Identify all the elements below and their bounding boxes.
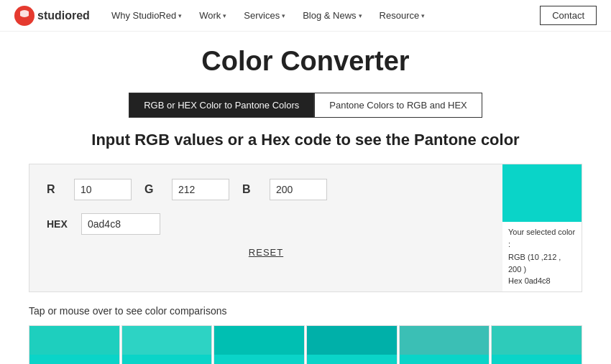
- color-card[interactable]: 3255 C Distance 34: [491, 325, 582, 365]
- color-card[interactable]: 311 C Distance 28: [121, 325, 213, 365]
- reset-row: RESET: [47, 246, 485, 258]
- color-card[interactable]: 3252 C Distance 32: [399, 325, 490, 365]
- page-title: Color Converter: [0, 46, 611, 77]
- header: studiored Why StudioRed ▾ Work ▾ Service…: [0, 0, 611, 32]
- r-input[interactable]: [74, 179, 132, 200]
- card-swatch: [492, 326, 582, 365]
- card-swatch: [400, 326, 490, 365]
- card-swatch-top: [492, 326, 582, 355]
- card-swatch-bottom: [307, 355, 397, 365]
- hex-display-label: Hex: [508, 276, 523, 285]
- color-card[interactable]: 3115 C Distance 25: [29, 325, 120, 365]
- r-label: R: [47, 183, 61, 196]
- card-swatch-bottom: [122, 355, 212, 365]
- comparisons-label: Tap or mouse over to see color compariso…: [29, 305, 582, 317]
- card-swatch-bottom: [492, 355, 582, 365]
- color-preview: Your selected color : RGB (10 ,212 , 200…: [502, 164, 582, 291]
- color-info-hex: Hex 0ad4c8: [508, 275, 576, 287]
- subtitle: Input RGB values or a Hex code to see th…: [0, 131, 611, 149]
- card-swatch-bottom: [29, 355, 119, 365]
- color-card[interactable]: 3262 C Distance 31: [306, 325, 398, 365]
- color-card[interactable]: 3265 C Distance 28: [213, 325, 305, 365]
- nav-item-services[interactable]: Services ▾: [244, 10, 285, 21]
- hex-display-value: 0ad4c8: [525, 276, 551, 285]
- rgb-row: R G B: [47, 179, 485, 200]
- logo-icon: [14, 6, 35, 26]
- nav-item-blog[interactable]: Blog & News ▾: [303, 10, 362, 21]
- tab-bar: RGB or HEX Color to Pantone Colors Panto…: [0, 93, 611, 118]
- card-swatch-top: [122, 326, 212, 355]
- chevron-down-icon: ▾: [421, 12, 425, 19]
- converter-area: R G B HEX RESET Your selected color : RG…: [29, 164, 582, 292]
- reset-button[interactable]: RESET: [249, 247, 283, 258]
- card-swatch-bottom: [214, 355, 304, 365]
- color-info: Your selected color : RGB (10 ,212 , 200…: [502, 222, 582, 291]
- color-swatch: [502, 164, 582, 222]
- rgb-label: RGB: [508, 253, 525, 261]
- card-swatch: [29, 326, 119, 365]
- g-label: G: [144, 183, 159, 196]
- tab-rgb-to-pantone[interactable]: RGB or HEX Color to Pantone Colors: [129, 93, 314, 118]
- color-cards: 3115 C Distance 25 311 C Distance 28 326…: [29, 325, 582, 365]
- chevron-down-icon: ▾: [223, 12, 226, 19]
- card-swatch: [122, 326, 212, 365]
- color-info-title: Your selected color :: [508, 226, 576, 250]
- card-swatch: [214, 326, 304, 365]
- color-info-rgb: RGB (10 ,212 , 200 ): [508, 251, 576, 275]
- b-label: B: [242, 183, 257, 196]
- b-input[interactable]: [270, 179, 327, 200]
- chevron-down-icon: ▾: [359, 12, 362, 19]
- contact-button[interactable]: Contact: [540, 6, 597, 25]
- hex-input[interactable]: [81, 213, 160, 235]
- chevron-down-icon: ▾: [178, 12, 182, 19]
- main-nav: Why StudioRed ▾ Work ▾ Services ▾ Blog &…: [111, 10, 540, 21]
- card-swatch-top: [307, 326, 397, 355]
- g-input[interactable]: [172, 179, 229, 200]
- nav-item-why[interactable]: Why StudioRed ▾: [111, 10, 182, 21]
- hex-label: HEX: [47, 218, 68, 230]
- card-swatch: [307, 326, 397, 365]
- page-title-section: Color Converter: [0, 32, 611, 84]
- nav-item-resource[interactable]: Resource ▾: [380, 10, 426, 21]
- card-swatch-bottom: [400, 355, 490, 365]
- chevron-down-icon: ▾: [282, 12, 285, 19]
- logo-text: studiored: [37, 9, 90, 22]
- card-swatch-top: [400, 326, 490, 355]
- logo[interactable]: studiored: [14, 6, 90, 26]
- inputs-panel: R G B HEX RESET: [29, 164, 502, 291]
- tab-pantone-to-rgb[interactable]: Pantone Colors to RGB and HEX: [314, 93, 482, 118]
- card-swatch-top: [214, 326, 304, 355]
- nav-item-work[interactable]: Work ▾: [199, 10, 226, 21]
- hex-row: HEX: [47, 213, 485, 235]
- card-swatch-top: [29, 326, 119, 355]
